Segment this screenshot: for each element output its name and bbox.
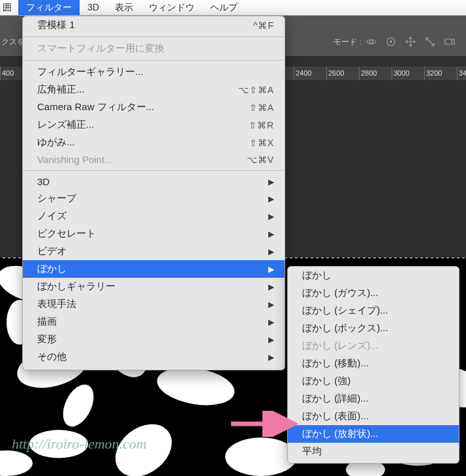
blur-lens: ぼかし (レンズ)... <box>288 337 459 355</box>
menu-item-label: ぼかし (レンズ)... <box>302 340 448 352</box>
mode-camera-icon[interactable] <box>443 35 457 49</box>
shortcut-label: ⇧⌘A <box>249 102 274 113</box>
filter-distort-submenu[interactable]: 変形▶ <box>23 331 285 348</box>
filter-stylize-submenu[interactable]: 表現手法▶ <box>23 295 285 313</box>
svg-rect-4 <box>445 39 452 44</box>
menu-item-label: 表現手法 <box>37 298 256 310</box>
chevron-right-icon: ▶ <box>268 300 274 309</box>
blur-average[interactable]: 平均 <box>288 443 459 460</box>
menu-item-label: ぼかし (表面)... <box>302 410 448 423</box>
ruler-tick: 2600 <box>326 67 359 80</box>
menu-item-label: 3D <box>37 176 256 187</box>
filter-gallery[interactable]: フィルターギャラリー... <box>23 63 285 81</box>
options-leftcut: クスを <box>0 37 25 48</box>
filter-pixelate-submenu[interactable]: ピクセレート▶ <box>23 225 285 243</box>
blur-radial[interactable]: ぼかし (放射状)... <box>288 425 459 443</box>
menu-item-label: Camera Raw フィルター... <box>37 101 234 113</box>
chevron-right-icon: ▶ <box>268 353 274 362</box>
menubar: 囲 フィルター 3D 表示 ウィンドウ ヘルプ <box>0 0 466 16</box>
menu-item-label: ぼかし <box>37 263 256 275</box>
menu-item-label: ぼかし (詳細)... <box>302 393 448 405</box>
blur-gaussian[interactable]: ぼかし (ガウス)... <box>288 284 459 302</box>
filter-camera-raw[interactable]: Camera Raw フィルター... ⇧⌘A <box>23 98 285 116</box>
menu-item-label: ぼかし (放射状)... <box>302 428 448 440</box>
filter-render-submenu[interactable]: 描画▶ <box>23 313 285 331</box>
filter-noise-submenu[interactable]: ノイズ▶ <box>23 207 285 225</box>
filter-lens-correct[interactable]: レンズ補正... ⇧⌘R <box>23 116 285 134</box>
filter-vanishing-point: Vanishing Point... ⌥⌘V <box>23 151 285 168</box>
svg-point-3 <box>390 41 392 43</box>
shortcut-label: ⇧⌘R <box>249 120 274 130</box>
menubar-cutoff: 囲 <box>0 0 18 15</box>
menu-item-label: フィルターギャラリー... <box>37 66 274 78</box>
ruler-tick: 3200 <box>424 67 457 80</box>
filter-dropdown: 雲模様 1 ^⌘F スマートフィルター用に変換 フィルターギャラリー... 広角… <box>22 16 285 370</box>
menu-help[interactable]: ヘルプ <box>202 0 245 15</box>
menu-filter[interactable]: フィルター <box>18 0 80 15</box>
menu-item-label: ぼかし (ボックス)... <box>302 322 448 335</box>
blur-smart[interactable]: ぼかし (詳細)... <box>288 390 459 408</box>
mode-label: モード : <box>334 37 362 48</box>
mode-move-icon[interactable] <box>403 35 418 49</box>
filter-other-submenu[interactable]: その他▶ <box>23 348 285 366</box>
blur-more[interactable]: ぼかし (強) <box>288 372 459 390</box>
filter-3d-submenu[interactable]: 3D▶ <box>23 173 285 190</box>
shortcut-label: ⌥⇧⌘A <box>238 85 274 95</box>
mode-target-icon[interactable] <box>384 35 398 49</box>
blur-blur[interactable]: ぼかし <box>288 267 459 284</box>
filter-sharpen-submenu[interactable]: シャープ▶ <box>23 190 285 207</box>
blur-shape[interactable]: ぼかし (シェイプ)... <box>288 302 459 320</box>
menu-separator <box>23 37 284 37</box>
mode-scale-icon[interactable] <box>423 35 437 49</box>
menu-item-label: ぼかし (強) <box>302 375 448 387</box>
filter-adaptive-wide[interactable]: 広角補正... ⌥⇧⌘A <box>23 81 285 98</box>
blur-motion[interactable]: ぼかし (移動)... <box>288 355 459 372</box>
menu-item-label: シャープ <box>37 192 256 205</box>
filter-last-used[interactable]: 雲模様 1 ^⌘F <box>23 16 285 34</box>
chevron-right-icon: ▶ <box>268 212 274 221</box>
ruler-tick: 2800 <box>359 67 392 80</box>
chevron-right-icon: ▶ <box>268 318 274 327</box>
menu-item-label: 描画 <box>37 316 256 328</box>
menu-item-label: ぼかし (ガウス)... <box>302 287 448 299</box>
menu-item-label: ぼかし <box>302 269 448 282</box>
menu-item-label: Vanishing Point... <box>37 154 231 165</box>
mode-orbit-icon[interactable] <box>364 35 379 49</box>
shortcut-label: ^⌘F <box>253 20 274 31</box>
menu-window[interactable]: ウィンドウ <box>141 0 202 15</box>
menu-item-label: ぼかし (移動)... <box>302 357 448 370</box>
ruler-tick: 2400 <box>294 67 326 80</box>
menu-item-label: 変形 <box>37 333 256 346</box>
blur-surface[interactable]: ぼかし (表面)... <box>288 408 459 425</box>
chevron-right-icon: ▶ <box>268 177 274 186</box>
blur-box[interactable]: ぼかし (ボックス)... <box>288 320 459 337</box>
svg-point-13 <box>29 430 88 458</box>
menu-separator <box>23 60 284 61</box>
filter-video-submenu[interactable]: ビデオ▶ <box>23 243 285 260</box>
menu-item-label: 広角補正... <box>37 83 223 96</box>
chevron-right-icon: ▶ <box>268 265 274 274</box>
menu-item-label: ピクセレート <box>37 228 256 240</box>
shortcut-label: ⇧⌘X <box>249 138 274 148</box>
chevron-right-icon: ▶ <box>268 194 274 203</box>
menu-item-label: スマートフィルター用に変換 <box>37 42 274 55</box>
menu-item-label: 平均 <box>302 445 448 458</box>
menu-3d[interactable]: 3D <box>80 0 107 15</box>
menu-separator <box>23 170 284 171</box>
svg-point-0 <box>370 40 373 44</box>
menu-item-label: ゆがみ... <box>37 136 234 149</box>
chevron-right-icon: ▶ <box>268 282 274 291</box>
menu-item-label: 雲模様 1 <box>37 19 238 31</box>
filter-liquify[interactable]: ゆがみ... ⇧⌘X <box>23 134 285 151</box>
filter-blur-gallery-submenu[interactable]: ぼかしギャラリー▶ <box>23 278 285 295</box>
chevron-right-icon: ▶ <box>268 230 274 239</box>
svg-point-15 <box>225 438 297 476</box>
filter-blur-submenu[interactable]: ぼかし▶ <box>23 260 285 278</box>
chevron-right-icon: ▶ <box>268 335 274 344</box>
shortcut-label: ⌥⌘V <box>247 155 274 165</box>
blur-submenu-panel: ぼかし ぼかし (ガウス)... ぼかし (シェイプ)... ぼかし (ボックス… <box>287 266 459 464</box>
menu-view[interactable]: 表示 <box>107 0 141 15</box>
ruler-tick: 3000 <box>392 67 424 80</box>
menu-item-label: ビデオ <box>37 245 256 258</box>
chevron-right-icon: ▶ <box>268 247 274 256</box>
